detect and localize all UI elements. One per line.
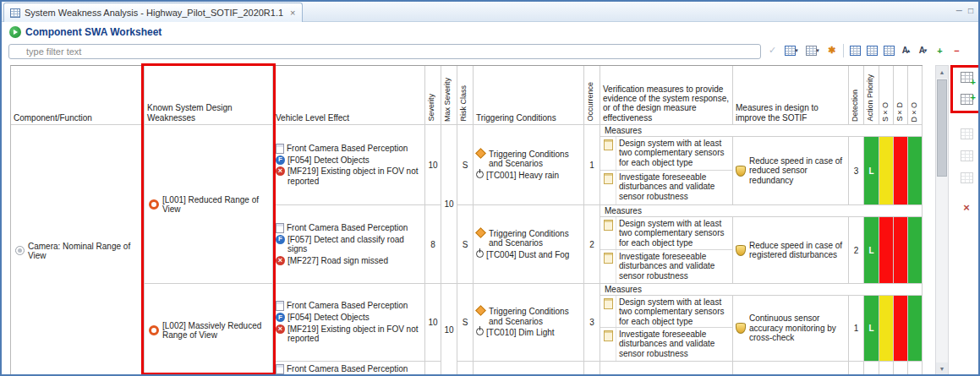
action-priority-cell[interactable]: L xyxy=(864,217,879,284)
sxo-risk-cell[interactable] xyxy=(879,362,894,376)
triggering-cell[interactable] xyxy=(474,362,584,376)
sxo-risk-cell[interactable] xyxy=(879,137,894,205)
collapse-all-button[interactable]: − xyxy=(950,43,964,57)
effect-group-label: Front Camera Based Perception xyxy=(287,144,408,154)
column-header-sxd: S×D xyxy=(894,66,908,125)
font-increase-button[interactable]: A▴ xyxy=(899,43,913,57)
detection-cell[interactable]: 3 xyxy=(849,137,864,205)
sxd-risk-cell[interactable] xyxy=(894,217,908,284)
tab-close-icon[interactable]: × xyxy=(290,8,295,18)
column-header-label: Occurrence xyxy=(586,82,594,122)
table-view-button-1[interactable] xyxy=(848,43,862,57)
risk-class-cell[interactable]: S xyxy=(457,284,474,362)
max-severity-cell[interactable]: 10 xyxy=(441,284,457,376)
font-decrease-button[interactable]: A▾ xyxy=(916,43,930,57)
action-priority-cell[interactable]: L xyxy=(864,137,879,205)
action-priority-cell[interactable]: L xyxy=(864,296,879,362)
scrollbar-thumb[interactable] xyxy=(937,79,947,177)
expand-all-button[interactable]: + xyxy=(933,43,947,57)
measures-group-header[interactable]: Measures xyxy=(600,125,923,137)
measures-group-header[interactable]: Measures xyxy=(600,284,923,296)
occurrence-cell[interactable]: 1 xyxy=(584,125,600,205)
vertical-scrollbar[interactable]: ▲ ▼ xyxy=(935,65,949,376)
delete-row-button[interactable]: × xyxy=(955,198,977,217)
column-header-label: S×D xyxy=(895,102,904,122)
detection-cell[interactable]: 2 xyxy=(849,217,864,284)
insert-row-button-disabled[interactable] xyxy=(955,124,977,144)
action-priority-cell[interactable] xyxy=(864,362,879,376)
weakness-label: [L002] Massively Reduced Range of View xyxy=(162,321,268,340)
filter-input[interactable] xyxy=(8,44,761,59)
verification-measures-cell[interactable]: Design system with at least two compleme… xyxy=(600,217,733,284)
effect-cell[interactable]: Front Camera Based Perception F[F054] De… xyxy=(273,125,425,205)
column-header-weakness: Known System Design Weaknesses xyxy=(145,66,273,125)
minimize-button[interactable]: ─ xyxy=(956,5,962,17)
occurrence-cell[interactable] xyxy=(584,362,600,376)
sxd-risk-cell[interactable] xyxy=(894,362,908,376)
risk-class-cell[interactable] xyxy=(457,362,474,376)
severity-value: 8 xyxy=(430,240,435,249)
triggering-cell[interactable]: Triggering Conditions and Scenarios [TC0… xyxy=(474,205,584,284)
recalculate-button[interactable]: ✱ xyxy=(824,43,839,57)
dxo-risk-cell[interactable] xyxy=(908,217,923,284)
maximize-button[interactable]: □ xyxy=(968,5,973,17)
component-cell[interactable]: Camera: Nominal Range of View xyxy=(11,125,145,376)
weakness-cell-l002[interactable]: [L002] Massively Reduced Range of View xyxy=(145,284,273,376)
move-row-down-button-disabled[interactable] xyxy=(955,168,977,188)
add-child-row-button[interactable]: + xyxy=(955,90,977,109)
max-severity-value: 10 xyxy=(444,325,453,335)
detection-cell[interactable]: 1 xyxy=(849,296,864,362)
risk-class-cell[interactable]: S xyxy=(457,205,474,284)
design-measure-shield-icon xyxy=(736,323,746,334)
design-measure-cell[interactable]: Continuous sensor accuracy monitoring by… xyxy=(733,296,849,362)
measures-group-header[interactable]: Measures xyxy=(600,205,923,217)
dxo-risk-cell[interactable] xyxy=(908,296,923,362)
dropdown-arrow-icon: ▾ xyxy=(816,47,819,54)
move-row-up-button-disabled[interactable] xyxy=(955,146,977,166)
collapse-all-icon: − xyxy=(954,46,959,56)
design-measure-cell[interactable]: Reduce speed in case of reduced sensor r… xyxy=(733,137,849,205)
swa-worksheet-table: Component/Function Known System Design W… xyxy=(10,65,923,376)
table-view-button-2[interactable] xyxy=(865,43,879,57)
triggering-cell[interactable]: Triggering Conditions and Scenarios [TC0… xyxy=(474,125,584,205)
severity-cell[interactable]: 10 xyxy=(425,125,441,205)
commit-filter-button[interactable]: ✓ xyxy=(765,43,780,57)
effect-cell[interactable]: Front Camera Based Perception F[F057] De… xyxy=(273,205,425,284)
scroll-up-button[interactable]: ▲ xyxy=(936,66,948,79)
highlight-menu-button-1[interactable]: ▾ xyxy=(782,43,801,57)
editor-tab[interactable]: System Weakness Analysis - Highway_Pilot… xyxy=(3,3,303,22)
column-header-design-measures: Measures in design to improve the SOTIF xyxy=(733,66,849,125)
risk-class-cell[interactable]: S xyxy=(457,125,474,205)
table-view-button-3[interactable] xyxy=(882,43,896,57)
design-measure-cell[interactable] xyxy=(733,362,849,376)
triggering-cell[interactable]: Triggering Conditions and Scenarios [TC0… xyxy=(474,284,584,362)
column-header-detection: Detection xyxy=(849,66,864,125)
verification-measures-cell[interactable] xyxy=(600,362,733,376)
sxo-risk-cell[interactable] xyxy=(879,296,894,362)
detection-cell[interactable] xyxy=(849,362,864,376)
dxo-risk-cell[interactable] xyxy=(908,362,923,376)
scroll-down-button[interactable]: ▼ xyxy=(936,362,948,375)
severity-cell[interactable]: 10 xyxy=(425,284,441,362)
severity-cell[interactable] xyxy=(425,362,441,376)
filter-toolbar: ✓ ▾ ▾ ✱ A▴ A▾ + − xyxy=(765,43,964,57)
sxd-risk-cell[interactable] xyxy=(894,137,908,205)
weakness-cell-l001[interactable]: [L001] Reduced Range of View xyxy=(145,125,273,284)
measure-note-icon xyxy=(604,298,613,309)
design-measure-cell[interactable]: Reduce speed in case of registered distu… xyxy=(733,217,849,284)
triggering-group-label: Triggering Conditions and Scenarios xyxy=(489,150,581,169)
verification-measures-cell[interactable]: Design system with at least two compleme… xyxy=(600,296,733,362)
sxd-risk-cell[interactable] xyxy=(894,296,908,362)
perception-doc-icon xyxy=(276,144,284,154)
occurrence-cell[interactable]: 3 xyxy=(584,284,600,362)
effect-cell[interactable]: Front Camera Based Perception F[F054] De… xyxy=(273,362,425,376)
verification-measures-cell[interactable]: Design system with at least two compleme… xyxy=(600,137,733,205)
sxo-risk-cell[interactable] xyxy=(879,217,894,284)
occurrence-cell[interactable]: 2 xyxy=(584,205,600,284)
severity-cell[interactable]: 8 xyxy=(425,205,441,284)
highlight-menu-button-2[interactable]: ▾ xyxy=(803,43,822,57)
dxo-risk-cell[interactable] xyxy=(908,137,923,205)
max-severity-cell[interactable]: 10 xyxy=(441,125,457,284)
effect-cell[interactable]: Front Camera Based Perception F[F054] De… xyxy=(273,284,425,362)
add-weakness-row-button[interactable]: + xyxy=(955,68,977,87)
